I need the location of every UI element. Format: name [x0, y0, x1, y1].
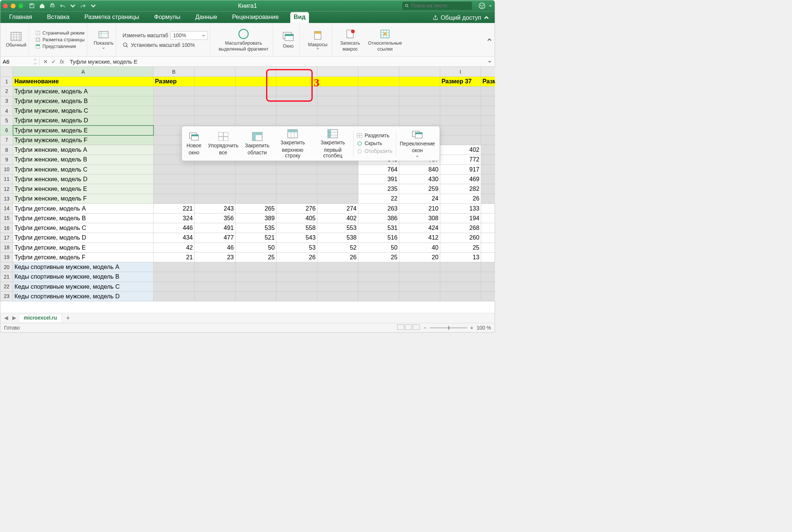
cell[interactable] — [317, 174, 358, 184]
table-row[interactable]: 14Туфли детские, модель A221243265276274… — [0, 203, 495, 213]
freeze-first-column-button[interactable]: Закрепитьпервый столбец — [313, 127, 353, 160]
row-header[interactable]: 21 — [0, 272, 13, 282]
cell[interactable] — [317, 116, 358, 125]
cell[interactable] — [399, 96, 440, 106]
cell[interactable] — [481, 125, 495, 135]
page-break-preview-button[interactable]: Страничный режим — [35, 30, 84, 35]
cell[interactable]: 42 — [153, 243, 194, 252]
cell[interactable] — [481, 155, 495, 164]
cell[interactable] — [358, 106, 399, 116]
print-icon[interactable] — [50, 3, 55, 9]
cell[interactable]: Кеды спортивные мужские, модель А — [13, 262, 154, 272]
zoom-control[interactable]: Изменить масштаб 100% — [122, 31, 208, 40]
ribbon-collapse-icon[interactable] — [487, 37, 492, 42]
cell[interactable]: 535 — [235, 223, 276, 233]
cell[interactable]: 50 — [235, 243, 276, 252]
cell[interactable]: 24 — [399, 194, 440, 203]
cell[interactable] — [153, 272, 194, 282]
row-header[interactable]: 12 — [0, 184, 13, 194]
cell[interactable] — [440, 272, 481, 282]
cell[interactable] — [235, 116, 276, 125]
cell[interactable] — [358, 272, 399, 282]
cell[interactable] — [317, 194, 358, 203]
formula-input[interactable]: Туфли мужские, модель E — [67, 58, 485, 65]
cell[interactable] — [317, 272, 358, 282]
tab-home[interactable]: Главная — [6, 12, 35, 23]
row-header[interactable]: 14 — [0, 203, 13, 213]
table-row[interactable]: 19Туфли детские, модель F212325262625201… — [0, 252, 495, 262]
spreadsheet-grid[interactable]: A B I 1НаименованиеРазмерРазмер 37Разм2Т… — [0, 67, 495, 313]
cell[interactable]: Туфли детские, модель D — [13, 233, 154, 243]
cell[interactable] — [399, 262, 440, 272]
cell[interactable]: 516 — [358, 233, 399, 243]
cell[interactable] — [194, 291, 235, 301]
table-row[interactable]: 11Туфли женские, модель D391430469 — [0, 174, 495, 184]
cell[interactable] — [235, 96, 276, 106]
cell[interactable] — [481, 233, 495, 243]
row-header[interactable]: 20 — [0, 262, 13, 272]
table-row[interactable]: 1НаименованиеРазмерРазмер 37Разм — [0, 77, 495, 86]
cell[interactable]: 324 — [153, 213, 194, 223]
row-header[interactable]: 17 — [0, 233, 13, 243]
cell[interactable]: 26 — [317, 252, 358, 262]
cell[interactable] — [481, 243, 495, 252]
cell[interactable] — [317, 262, 358, 272]
table-row[interactable]: 17Туфли детские, модель D434477521543538… — [0, 233, 495, 243]
cell[interactable] — [481, 252, 495, 262]
table-row[interactable]: 10Туфли женские, модель C764840917 — [0, 164, 495, 174]
cell[interactable]: Туфли мужские, модель F — [13, 135, 154, 145]
cell[interactable] — [317, 282, 358, 291]
cell[interactable] — [235, 272, 276, 282]
cell[interactable] — [153, 86, 194, 96]
cell[interactable] — [399, 116, 440, 125]
feedback-icon[interactable] — [479, 2, 486, 9]
cell[interactable] — [235, 106, 276, 116]
cell[interactable]: 553 — [317, 223, 358, 233]
table-row[interactable]: 21Кеды спортивные мужские, модель B — [0, 272, 495, 282]
cell[interactable] — [235, 164, 276, 174]
macros-button[interactable]: Макросы — [306, 29, 329, 47]
table-row[interactable]: 15Туфли детские, модель B324356389405402… — [0, 213, 495, 223]
minimize-button[interactable] — [11, 3, 16, 8]
table-row[interactable]: 3Туфли мужские, модель B — [0, 96, 495, 106]
cell[interactable]: 263 — [358, 203, 399, 213]
cell[interactable]: 265 — [235, 203, 276, 213]
cell[interactable]: 20 — [399, 252, 440, 262]
zoom-select[interactable]: 100% — [170, 31, 208, 40]
table-row[interactable]: 22Кеды спортивные мужские, модель C — [0, 282, 495, 291]
cell[interactable] — [276, 86, 317, 96]
cell[interactable]: 21 — [153, 252, 194, 262]
cancel-formula-icon[interactable]: ✕ — [43, 58, 48, 65]
tab-page-layout[interactable]: Разметка страницы — [81, 12, 143, 23]
cell[interactable] — [358, 282, 399, 291]
tab-formulas[interactable]: Формулы — [151, 12, 183, 23]
cell[interactable]: 260 — [440, 233, 481, 243]
cell[interactable]: 53 — [276, 243, 317, 252]
cell[interactable]: Туфли женские, модель D — [13, 174, 154, 184]
cell[interactable] — [481, 106, 495, 116]
cell[interactable] — [481, 194, 495, 203]
table-row[interactable]: 4Туфли мужские, модель C — [0, 106, 495, 116]
cell[interactable]: Туфли женские, модель E — [13, 184, 154, 194]
tab-view[interactable]: Вид — [290, 12, 309, 23]
cell[interactable] — [235, 174, 276, 184]
cell[interactable] — [399, 86, 440, 96]
cell[interactable] — [440, 125, 481, 135]
cell[interactable]: Туфли детские, модель A — [13, 203, 154, 213]
col-header[interactable] — [317, 67, 358, 77]
cell[interactable] — [481, 272, 495, 282]
search-input[interactable] — [411, 3, 470, 9]
cell[interactable] — [153, 174, 194, 184]
cell[interactable] — [481, 145, 495, 155]
cell[interactable]: Кеды спортивные мужские, модель C — [13, 282, 154, 291]
cell[interactable] — [481, 174, 495, 184]
cell[interactable]: 276 — [276, 203, 317, 213]
row-header[interactable]: 5 — [0, 116, 13, 125]
cell[interactable] — [358, 96, 399, 106]
row-header[interactable]: 13 — [0, 194, 13, 203]
cell[interactable]: Туфли детские, модель F — [13, 252, 154, 262]
table-row[interactable]: 20Кеды спортивные мужские, модель А — [0, 262, 495, 272]
home-icon[interactable] — [39, 3, 45, 9]
select-all-corner[interactable] — [0, 67, 13, 77]
cell[interactable] — [440, 282, 481, 291]
